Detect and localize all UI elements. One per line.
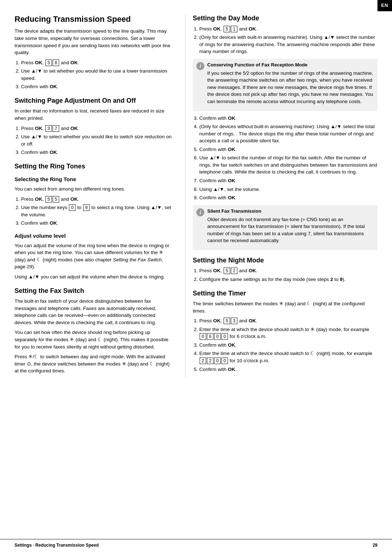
- note-content: Silent Fax Transmission Older devices do…: [207, 208, 374, 247]
- silent-fax-note: i Silent Fax Transmission Older devices …: [193, 205, 377, 250]
- list-item: Press OK, 55 and OK.: [21, 196, 174, 203]
- key-0: 0: [200, 333, 206, 340]
- day-mode-title: Setting the Day Mode: [193, 15, 377, 23]
- list-item: Confirm with OK.: [21, 220, 174, 227]
- section2-body: In order that no information is lost, re…: [15, 107, 174, 122]
- note-body: If you select the 5⁄2 option for the num…: [207, 70, 374, 105]
- section3-sub1-steps: Press OK, 55 and OK. Use the number keys…: [21, 196, 174, 227]
- key-7: 7: [53, 125, 59, 132]
- night-mode-title: Setting the Night Mode: [193, 257, 377, 265]
- day-mode-steps: Press OK, 51 and OK. (Only for devices w…: [199, 25, 377, 55]
- section4-title: Setting the Fax Switch: [15, 287, 174, 295]
- right-column: Setting the Day Mode Press OK, 51 and OK…: [185, 15, 377, 378]
- section1-body: The device adapts the transmission speed…: [15, 28, 174, 56]
- list-item: Use ▲/▼ to select the number of rings fo…: [199, 154, 377, 176]
- section3-sub2-body2: Using ▲/▼ you can set adjust the volume …: [15, 273, 174, 281]
- night-mode-steps: Press OK, 52 and OK. Configure the same …: [199, 267, 377, 283]
- section2-title: Switching Page Adjustment On and Off: [15, 97, 174, 105]
- list-item: Confirm with OK.: [21, 149, 174, 156]
- key-0: 0: [214, 333, 221, 340]
- list-item: Press OK, 38 and OK.: [21, 59, 174, 66]
- key-3: 3: [45, 125, 52, 132]
- list-item: Confirm with OK.: [199, 177, 377, 184]
- list-item: Use ▲/▼ to set whether you would like to…: [21, 68, 174, 82]
- key-2: 2: [200, 358, 206, 364]
- section3-sub1-title: Selecting the Ring Tone: [15, 175, 174, 183]
- info-icon: i: [196, 208, 204, 216]
- timer-body: The timer switches between the modes ✳ (…: [193, 300, 377, 314]
- page: EN Reducing Transmission Speed The devic…: [0, 0, 392, 555]
- note-body: Older devices do not transmit any fax-to…: [207, 216, 374, 244]
- list-item: Press OK, 51 and OK.: [199, 25, 377, 33]
- left-column: Reducing Transmission Speed The device a…: [15, 15, 185, 378]
- key-5: 5: [53, 196, 59, 203]
- note-title: Silent Fax Transmission: [207, 208, 374, 215]
- list-item: Use ▲/▼ to select whether you would like…: [21, 133, 174, 147]
- list-item: Confirm with OK.: [199, 115, 377, 122]
- key-0: 0: [221, 358, 228, 364]
- section3-title: Setting the Ring Tones: [15, 163, 174, 171]
- timer-title: Setting the Timer: [193, 290, 377, 298]
- list-item: Confirm with OK.: [199, 146, 377, 153]
- section4-body1: The built-in fax switch of your device d…: [15, 298, 174, 326]
- key-0: 0: [69, 204, 75, 211]
- conserving-function-note: i Conserving Function of Fax Reception M…: [193, 59, 377, 111]
- key-3: 3: [231, 318, 237, 324]
- list-item: (Only for devices with built-in answerin…: [199, 34, 377, 55]
- section1-steps: Press OK, 38 and OK. Use ▲/▼ to set whet…: [21, 59, 174, 90]
- key-5: 5: [45, 196, 52, 203]
- section3-sub1-body: You can select from among ten different …: [15, 185, 174, 193]
- list-item: Press OK, 52 and OK.: [199, 267, 377, 274]
- list-item: Press OK, 53 and OK.: [199, 317, 377, 325]
- list-item: Configure the same settings as for the d…: [199, 276, 377, 283]
- key-0: 0: [221, 333, 228, 340]
- key-6: 6: [207, 333, 213, 340]
- list-item: Use the number keys 0 to 9 to select a r…: [21, 204, 174, 218]
- section4-body3: Press ✳/☾ to switch between day and nigh…: [15, 353, 174, 375]
- list-item: (Only for devices without built-in answe…: [199, 123, 377, 144]
- key-2: 2: [207, 358, 213, 364]
- list-item: Confirm with OK.: [199, 194, 377, 201]
- section3-sub2-body1: You can adjust the volume of the ring to…: [15, 242, 174, 270]
- key-8: 8: [53, 60, 59, 66]
- section1-title: Reducing Transmission Speed: [15, 15, 174, 24]
- footer-page-number: 29: [373, 542, 377, 548]
- list-item: Enter the time at which the device shoul…: [199, 350, 377, 364]
- day-mode-steps-continued: Confirm with OK. (Only for devices witho…: [199, 115, 377, 201]
- key-0: 0: [214, 358, 221, 364]
- en-tab: EN: [377, 0, 392, 11]
- key-1: 1: [231, 26, 237, 32]
- section4-body2: You can set how often the device should …: [15, 329, 174, 350]
- footer-left-text: Settings · Reducing Transmission Speed: [15, 542, 99, 548]
- timer-steps: Press OK, 53 and OK. Enter the time at w…: [199, 317, 377, 373]
- info-icon: i: [196, 62, 204, 70]
- footer: Settings · Reducing Transmission Speed 2…: [0, 539, 392, 551]
- list-item: Press OK, 37 and OK.: [21, 125, 174, 132]
- key-3: 3: [45, 60, 52, 66]
- key-5: 5: [224, 26, 230, 32]
- list-item: Confirm with OK.: [21, 83, 174, 90]
- list-item: Confirm with OK.: [199, 342, 377, 349]
- key-2: 2: [231, 268, 237, 274]
- section2-steps: Press OK, 37 and OK. Use ▲/▼ to select w…: [21, 125, 174, 156]
- note-content: Conserving Function of Fax Reception Mod…: [207, 62, 374, 108]
- section3-sub2-title: Adjust volume level: [15, 232, 174, 240]
- list-item: Enter the time at which the device shoul…: [199, 326, 377, 340]
- key-9: 9: [83, 204, 90, 211]
- list-item: Using ▲/▼, set the volume.: [199, 186, 377, 193]
- list-item: Confirm with OK.: [199, 366, 377, 373]
- note-title: Conserving Function of Fax Reception Mod…: [207, 62, 374, 69]
- key-5: 5: [224, 318, 230, 324]
- content-columns: Reducing Transmission Speed The device a…: [0, 15, 392, 378]
- key-5: 5: [224, 268, 230, 274]
